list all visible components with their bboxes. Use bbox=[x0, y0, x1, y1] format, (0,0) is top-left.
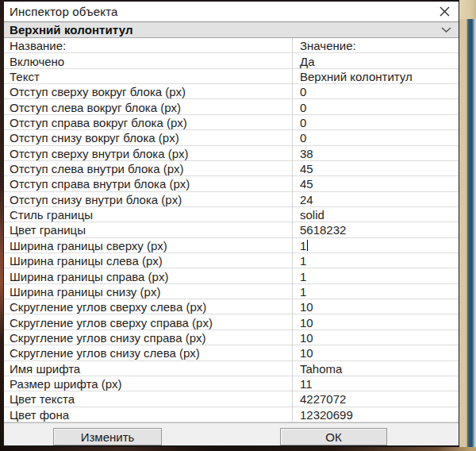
property-value: 1 bbox=[293, 253, 459, 268]
property-name: Скругление углов сверху слева (px) bbox=[4, 299, 293, 314]
property-name: Ширина границы слева (px) bbox=[4, 253, 293, 268]
property-value: 10 bbox=[293, 330, 459, 345]
property-name: Отступ справа вокруг блока (px) bbox=[4, 115, 293, 130]
property-value: 12320699 bbox=[293, 407, 459, 422]
table-row[interactable]: Отступ слева внутри блока (px) 45 bbox=[4, 161, 459, 176]
property-name: Отступ снизу вокруг блока (px) bbox=[4, 130, 293, 145]
object-selector-dropdown[interactable]: Верхний колонтитул bbox=[4, 22, 459, 38]
property-name: Текст bbox=[4, 69, 293, 84]
property-value: 0 bbox=[293, 84, 459, 99]
property-name: Включено bbox=[4, 53, 293, 68]
property-value: 10 bbox=[293, 299, 459, 314]
table-row[interactable]: Скругление углов снизу справа (px) 10 bbox=[4, 330, 459, 345]
ok-button[interactable]: ОК bbox=[280, 428, 387, 445]
property-value: 4227072 bbox=[293, 391, 459, 407]
property-name: Цвет фона bbox=[4, 407, 293, 422]
property-value: 10 bbox=[293, 345, 459, 360]
property-value: 45 bbox=[293, 161, 459, 176]
property-value: 1 bbox=[293, 268, 459, 283]
property-name: Ширина границы сверху (px) bbox=[4, 238, 293, 253]
property-value: 0 bbox=[293, 130, 459, 145]
table-row[interactable]: Скругление углов снизу слева (px) 10 bbox=[4, 345, 459, 360]
property-value: 38 bbox=[293, 146, 459, 161]
property-name: Скругление углов сверху справа (px) bbox=[4, 314, 293, 330]
property-name: Отступ слева вокруг блока (px) bbox=[4, 99, 293, 114]
table-row[interactable]: Размер шрифта (px) 11 bbox=[4, 376, 459, 391]
property-name: Скругление углов снизу справа (px) bbox=[4, 330, 293, 345]
selected-object-label: Верхний колонтитул bbox=[10, 23, 133, 37]
property-value: 0 bbox=[293, 115, 459, 130]
chevron-down-icon bbox=[440, 26, 452, 33]
property-value: Tahoma bbox=[293, 361, 459, 376]
property-grid: Название: Значение: Включено Да Текст Ве… bbox=[4, 38, 459, 422]
table-header-row: Название: Значение: bbox=[4, 38, 459, 53]
table-row[interactable]: Стиль границы solid bbox=[4, 207, 459, 222]
column-header-value: Значение: bbox=[293, 38, 459, 53]
column-header-name: Название: bbox=[4, 38, 293, 53]
property-value-editing[interactable]: 1 bbox=[293, 238, 459, 253]
table-row[interactable]: Отступ снизу вокруг блока (px) 0 bbox=[4, 130, 459, 145]
table-row[interactable]: Текст Верхний колонтитул bbox=[4, 69, 459, 84]
property-value: 11 bbox=[293, 376, 459, 391]
property-name: Цвет текста bbox=[4, 391, 293, 407]
table-row[interactable]: Отступ справа внутри блока (px) 45 bbox=[4, 176, 459, 191]
change-button[interactable]: Изменить bbox=[53, 428, 162, 445]
table-row[interactable]: Отступ снизу внутри блока (px) 24 bbox=[4, 192, 459, 207]
property-name: Отступ снизу внутри блока (px) bbox=[4, 192, 293, 207]
table-row[interactable]: Ширина границы снизу (px) 1 bbox=[4, 284, 459, 299]
property-value: 1 bbox=[293, 284, 459, 299]
table-row[interactable]: Ширина границы сверху (px) 1 bbox=[4, 238, 459, 253]
property-value: Да bbox=[293, 53, 459, 68]
table-row[interactable]: Отступ слева вокруг блока (px) 0 bbox=[4, 99, 459, 114]
table-row[interactable]: Отступ сверху вокруг блока (px) 0 bbox=[4, 84, 459, 99]
close-button[interactable] bbox=[430, 2, 459, 21]
property-name: Ширина границы справа (px) bbox=[4, 268, 293, 283]
table-row[interactable]: Ширина границы справа (px) 1 bbox=[4, 268, 459, 283]
desktop-background-right-top bbox=[459, 0, 476, 19]
property-value: 5618232 bbox=[293, 222, 459, 237]
table-row[interactable]: Цвет текста 4227072 bbox=[4, 391, 459, 407]
table-row[interactable]: Скругление углов сверху слева (px) 10 bbox=[4, 299, 459, 314]
table-row[interactable]: Включено Да bbox=[4, 53, 459, 68]
property-name: Отступ сверху вокруг блока (px) bbox=[4, 84, 293, 99]
property-name: Имя шрифта bbox=[4, 361, 293, 376]
property-name: Стиль границы bbox=[4, 207, 293, 222]
table-row[interactable]: Цвет границы 5618232 bbox=[4, 222, 459, 237]
property-name: Отступ сверху внутри блока (px) bbox=[4, 146, 293, 161]
property-value: Верхний колонтитул bbox=[293, 69, 459, 84]
property-value: 0 bbox=[293, 99, 459, 114]
desktop-background-right bbox=[459, 0, 476, 451]
property-name: Размер шрифта (px) bbox=[4, 376, 293, 391]
table-row[interactable]: Отступ сверху внутри блока (px) 38 bbox=[4, 146, 459, 161]
footer-bar: Изменить ОК bbox=[4, 422, 459, 445]
property-value: solid bbox=[293, 207, 459, 222]
property-name: Отступ слева внутри блока (px) bbox=[4, 161, 293, 176]
desktop-background-bottom bbox=[0, 447, 476, 451]
title-bar: Инспектор объекта bbox=[4, 2, 459, 22]
table-row[interactable]: Отступ справа вокруг блока (px) 0 bbox=[4, 115, 459, 130]
close-icon bbox=[439, 6, 451, 17]
property-name: Ширина границы снизу (px) bbox=[4, 284, 293, 299]
property-name: Скругление углов снизу слева (px) bbox=[4, 345, 293, 360]
property-value: 45 bbox=[293, 176, 459, 191]
property-name: Цвет границы bbox=[4, 222, 293, 237]
object-inspector-window: Инспектор объекта Верхний колонтитул Наз… bbox=[3, 1, 459, 446]
table-row[interactable]: Цвет фона 12320699 bbox=[4, 407, 459, 422]
property-name: Отступ справа внутри блока (px) bbox=[4, 176, 293, 191]
property-value: 24 bbox=[293, 192, 459, 207]
property-value: 10 bbox=[293, 314, 459, 330]
table-row[interactable]: Ширина границы слева (px) 1 bbox=[4, 253, 459, 268]
table-row[interactable]: Имя шрифта Tahoma bbox=[4, 361, 459, 376]
window-title: Инспектор объекта bbox=[10, 5, 118, 18]
text-cursor bbox=[307, 240, 308, 251]
table-row[interactable]: Скругление углов сверху справа (px) 10 bbox=[4, 314, 459, 330]
